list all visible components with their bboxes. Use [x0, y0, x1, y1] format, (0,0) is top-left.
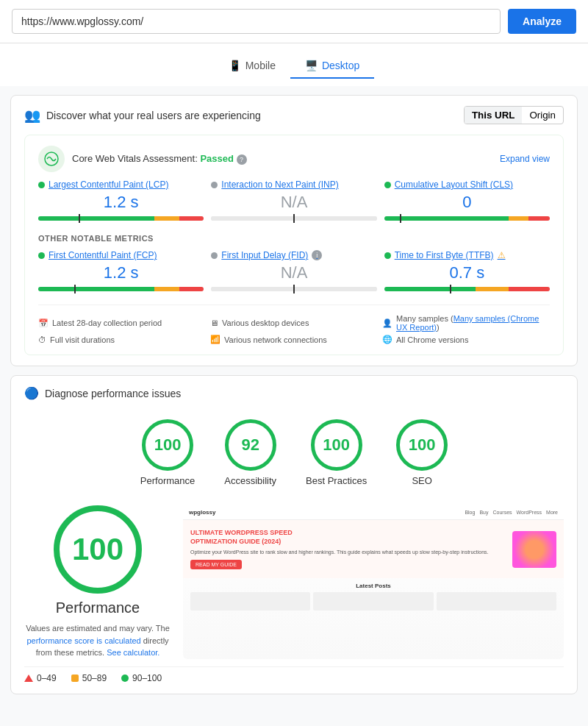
accessibility-score-circle: 92 — [225, 419, 276, 471]
ttfb-metric: Time to First Byte (TTFB) ⚠ 0.7 s — [384, 250, 550, 294]
preview-nav: wpglossy Blog Buy Courses WordPress More — [183, 505, 564, 520]
real-users-section: 👥 Discover what your real users are expe… — [10, 95, 578, 366]
seo-score-item: 100 SEO — [396, 419, 448, 486]
note-chrome-versions: 🌐 All Chrome versions — [382, 335, 550, 344]
preview-nav-links: Blog Buy Courses WordPress More — [465, 510, 558, 515]
ttfb-warning-icon: ⚠ — [498, 250, 506, 260]
this-url-button[interactable]: This URL — [465, 107, 523, 124]
fid-label[interactable]: First Input Delay (FID) i — [211, 250, 376, 260]
preview-posts: Latest Posts — [183, 578, 564, 615]
note-collection-period: 📅 Latest 28-day collection period — [38, 314, 206, 332]
fid-dot — [211, 252, 218, 259]
fcp-label[interactable]: First Contentful Paint (FCP) — [38, 250, 204, 260]
note-full-visit: ⏱ Full visit durations — [38, 335, 206, 344]
top-bar: Analyze — [0, 0, 588, 43]
site-preview-mock: wpglossy Blog Buy Courses WordPress More… — [183, 505, 564, 659]
other-metrics-grid: First Contentful Paint (FCP) 1.2 s First — [38, 250, 550, 294]
expand-view-link[interactable]: Expand view — [500, 154, 550, 164]
legend-90-100: 90–100 — [121, 673, 162, 683]
desktop-tab[interactable]: 🖥️ Desktop — [290, 54, 374, 79]
preview-logo: wpglossy — [189, 509, 215, 516]
ttfb-dot — [384, 252, 391, 259]
other-metrics-label: OTHER NOTABLE METRICS — [38, 234, 550, 243]
ttfb-bar — [384, 287, 550, 291]
legend-50-89: 50–89 — [71, 673, 107, 683]
inp-label[interactable]: Interaction to Next Paint (INP) — [211, 179, 376, 190]
fid-metric: First Input Delay (FID) i N/A — [211, 250, 376, 294]
inp-value: N/A — [211, 193, 376, 212]
preview-hero: ULTIMATE WORDPRESS SPEEDOPTIMIZATION GUI… — [183, 520, 564, 578]
lcp-label[interactable]: Largest Contentful Paint (LCP) — [38, 179, 204, 190]
legend-circle-icon — [121, 675, 129, 682]
preview-post-3 — [437, 592, 556, 611]
preview-posts-grid — [190, 592, 556, 611]
diagnose-icon: 🔵 — [24, 386, 39, 400]
seo-score-circle: 100 — [396, 419, 448, 471]
diagnose-title: Diagnose performance issues — [45, 388, 181, 399]
preview-post-1 — [190, 592, 310, 611]
url-input[interactable] — [12, 9, 501, 34]
cls-label[interactable]: Cumulative Layout Shift (CLS) — [384, 179, 550, 190]
performance-score-label: Performance — [140, 475, 195, 486]
cls-value: 0 — [384, 193, 550, 212]
ttfb-label[interactable]: Time to First Byte (TTFB) ⚠ — [384, 250, 550, 260]
info-notes: 📅 Latest 28-day collection period 🖥 Vari… — [38, 305, 550, 344]
lcp-value: 1.2 s — [38, 193, 204, 212]
seo-score-label: SEO — [412, 475, 431, 486]
mobile-icon: 📱 — [229, 60, 241, 71]
inp-metric: Interaction to Next Paint (INP) N/A — [211, 179, 376, 224]
cwv-icon — [38, 146, 65, 172]
preview-hero-image — [512, 531, 556, 568]
note-desktop-devices: 🖥 Various desktop devices — [210, 314, 378, 332]
note-network: 📶 Various network connections — [210, 335, 378, 344]
url-origin-toggle: This URL Origin — [464, 106, 564, 124]
accessibility-score-label: Accessibility — [224, 475, 276, 486]
cwv-title: Core Web Vitals Assessment: Passed ? — [72, 153, 247, 165]
inp-bar — [211, 216, 376, 221]
analyze-button[interactable]: Analyze — [508, 9, 576, 34]
lcp-dot — [38, 182, 45, 188]
fid-info-icon[interactable]: i — [312, 250, 322, 260]
legend-row: 0–49 50–89 90–100 — [24, 666, 564, 683]
fid-bar — [211, 287, 376, 291]
preview-hero-text: ULTIMATE WORDPRESS SPEEDOPTIMIZATION GUI… — [190, 529, 506, 569]
best-practices-score-label: Best Practices — [306, 475, 367, 486]
mobile-tab[interactable]: 📱 Mobile — [214, 54, 290, 79]
legend-0-49: 0–49 — [24, 673, 57, 683]
section-header-left: 👥 Discover what your real users are expe… — [24, 107, 261, 124]
inp-dot — [211, 182, 218, 188]
see-calculator-link[interactable]: See calculator. — [107, 648, 159, 657]
performance-desc: Values are estimated and may vary. The p… — [24, 622, 171, 659]
desktop-icon: 🖥️ — [305, 60, 318, 71]
users-small-icon: 👤 — [382, 318, 392, 328]
fcp-dot — [38, 252, 45, 259]
users-icon: 👥 — [24, 107, 40, 124]
fid-value: N/A — [211, 263, 376, 282]
bottom-section: 100 Performance Values are estimated and… — [24, 498, 564, 659]
fcp-value: 1.2 s — [38, 263, 204, 282]
cls-bar — [384, 216, 550, 221]
best-practices-score-circle: 100 — [311, 419, 362, 471]
fcp-bar — [38, 287, 204, 291]
cls-metric: Cumulative Layout Shift (CLS) 0 — [384, 179, 550, 224]
cwv-status: Passed — [200, 153, 234, 164]
legend-square-icon — [71, 675, 79, 682]
info-note-row-1: 📅 Latest 28-day collection period 🖥 Vari… — [38, 314, 550, 332]
chrome-ux-link[interactable]: Many samples (Chrome UX Report) — [396, 314, 539, 332]
lcp-metric: Largest Contentful Paint (LCP) 1.2 s — [38, 179, 204, 224]
note-chrome-ux: 👤 Many samples (Many samples (Chrome UX … — [382, 314, 550, 332]
fcp-metric: First Contentful Paint (FCP) 1.2 s — [38, 250, 204, 294]
site-preview: wpglossy Blog Buy Courses WordPress More… — [183, 505, 564, 659]
info-note-row-2: ⏱ Full visit durations 📶 Various network… — [38, 335, 550, 344]
preview-hero-btn: READ MY GUIDE — [190, 560, 242, 569]
section-header: 👥 Discover what your real users are expe… — [24, 106, 564, 124]
preview-post-2 — [313, 592, 433, 611]
origin-button[interactable]: Origin — [522, 107, 563, 124]
performance-calc-link[interactable]: performance score is calculated — [26, 636, 140, 645]
clock-icon: ⏱ — [38, 335, 46, 344]
accessibility-score-item: 92 Accessibility — [224, 419, 276, 486]
performance-detail-title: Performance — [56, 599, 140, 616]
preview-hero-title: ULTIMATE WORDPRESS SPEEDOPTIMIZATION GUI… — [190, 529, 506, 546]
performance-detail: 100 Performance Values are estimated and… — [24, 505, 171, 659]
cwv-info-icon[interactable]: ? — [237, 154, 247, 165]
